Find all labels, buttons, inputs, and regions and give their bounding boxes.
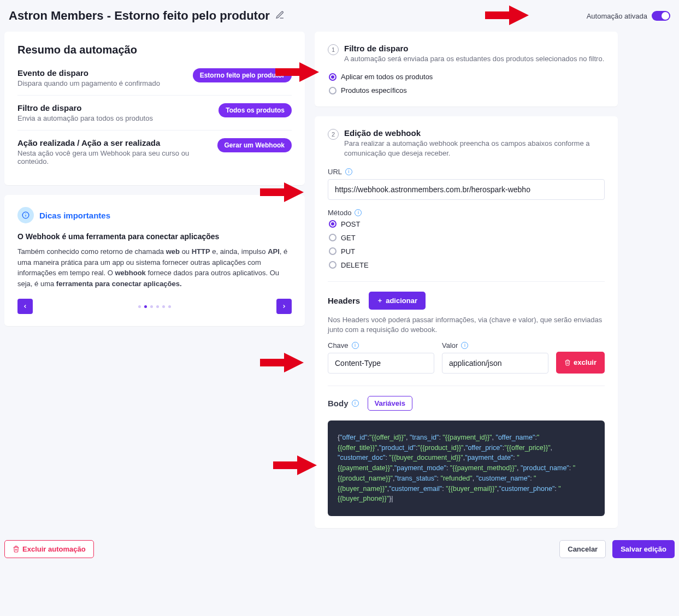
tips-dots xyxy=(138,305,171,308)
tips-next-button[interactable] xyxy=(276,299,292,314)
summary-item-desc: Nesta ação você gera um Webhook para seu… xyxy=(17,149,211,165)
filter-option-all[interactable]: Aplicar em todos os produtos xyxy=(329,73,605,81)
summary-item: Filtro de disparoEnvia a automação para … xyxy=(17,95,292,130)
method-option-get[interactable]: GET xyxy=(329,234,605,242)
url-input[interactable] xyxy=(328,179,605,200)
webhook-desc: Para realizar a automação webhook preenc… xyxy=(344,139,605,158)
info-icon[interactable]: i xyxy=(345,168,352,175)
delete-automation-button[interactable]: Excluir automação xyxy=(4,540,94,558)
filter-desc: A automação será enviada para os estudan… xyxy=(344,54,604,64)
add-header-button[interactable]: adicionar xyxy=(369,292,426,310)
summary-item: Evento de disparoDispara quando um pagam… xyxy=(17,66,292,95)
method-label: Método xyxy=(328,209,351,217)
tips-prev-button[interactable] xyxy=(17,299,33,314)
info-icon[interactable]: i xyxy=(355,209,362,216)
svg-point-4 xyxy=(25,214,26,214)
tips-card: Dicas importantes O Webhook é uma ferram… xyxy=(4,195,305,326)
info-icon[interactable]: i xyxy=(461,342,468,349)
info-icon xyxy=(17,207,34,223)
edit-icon[interactable] xyxy=(275,10,285,21)
filter-card: 1 Filtro de disparo A automação será env… xyxy=(315,32,618,106)
cancel-button[interactable]: Cancelar xyxy=(559,540,606,558)
method-option-put[interactable]: PUT xyxy=(329,247,605,256)
summary-item-title: Filtro de disparo xyxy=(17,103,153,112)
body-label: Body xyxy=(328,399,349,408)
variables-button[interactable]: Variáveis xyxy=(368,396,412,411)
tips-subtitle: O Webhook é uma ferramenta para conectar… xyxy=(17,232,292,241)
summary-badge: Todos os produtos xyxy=(219,103,292,117)
annotation-arrow xyxy=(260,353,304,372)
page-title: Astron Members - Estorno feito pelo prod… xyxy=(9,9,270,23)
summary-item-desc: Dispara quando um pagamento é confirmado xyxy=(17,79,160,87)
automation-toggle[interactable] xyxy=(652,11,670,21)
info-icon[interactable]: i xyxy=(352,400,359,407)
annotation-arrow xyxy=(273,455,317,475)
step-number: 2 xyxy=(328,129,339,140)
summary-badge: Estorno feito pelo produtor xyxy=(193,68,292,82)
header-value-input[interactable] xyxy=(442,353,548,374)
header-value-label: Valor xyxy=(442,341,458,350)
header-key-input[interactable] xyxy=(328,353,434,374)
summary-item-title: Evento de disparo xyxy=(17,68,160,78)
summary-title: Resumo da automação xyxy=(17,44,292,56)
headers-label: Headers xyxy=(328,296,360,305)
filter-option-specific[interactable]: Produtos específicos xyxy=(329,86,605,94)
headers-note: Nos Headers você poderá passar informaçõ… xyxy=(328,315,605,335)
url-label: URL xyxy=(328,168,342,176)
summary-card: Resumo da automação Evento de disparoDis… xyxy=(4,32,305,185)
tips-heading: Dicas importantes xyxy=(39,211,110,220)
info-icon[interactable]: i xyxy=(352,342,359,349)
body-code[interactable]: {"offer_id":"{{offer_id}}", "trans_id": … xyxy=(328,420,605,516)
summary-item-title: Ação realizada / Ação a ser realizada xyxy=(17,138,211,147)
step-number: 1 xyxy=(328,44,339,55)
method-option-delete[interactable]: DELETE xyxy=(329,261,605,269)
method-option-post[interactable]: POST xyxy=(329,220,605,228)
webhook-title: Edição de webhook xyxy=(344,128,605,138)
save-button[interactable]: Salvar edição xyxy=(612,540,675,558)
summary-item: Ação realizada / Ação a ser realizadaNes… xyxy=(17,130,292,173)
delete-header-button[interactable]: excluir xyxy=(556,352,605,374)
filter-title: Filtro de disparo xyxy=(344,44,604,53)
webhook-card: 2 Edição de webhook Para realizar a auto… xyxy=(315,116,618,528)
toggle-label: Automação ativada xyxy=(587,12,647,20)
header-key-label: Chave xyxy=(328,341,349,350)
summary-badge: Gerar um Webhook xyxy=(217,138,292,152)
summary-item-desc: Envia a automação para todos os produtos xyxy=(17,114,153,122)
tips-body: Também conhecido como retorno de chamada… xyxy=(17,246,292,289)
